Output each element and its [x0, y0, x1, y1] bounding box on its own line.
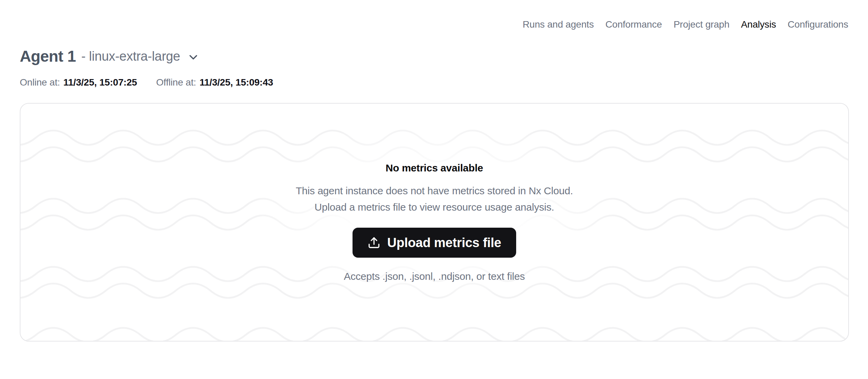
online-at-label: Online at:	[20, 77, 60, 88]
page: Runs and agents Conformance Project grap…	[0, 0, 868, 379]
empty-state-description-line2: Upload a metrics file to view resource u…	[296, 199, 573, 215]
page-title: Agent 1	[20, 47, 76, 65]
agent-launch-template: - linux-extra-large	[81, 49, 180, 64]
empty-state-content: No metrics available This agent instance…	[20, 104, 848, 341]
empty-state-description: This agent instance does not have metric…	[296, 183, 573, 215]
empty-state-description-line1: This agent instance does not have metric…	[296, 183, 573, 199]
upload-metrics-file-button[interactable]: Upload metrics file	[353, 228, 516, 258]
upload-icon	[368, 236, 380, 249]
main-content: Agent 1 - linux-extra-large Online at: 1…	[20, 0, 849, 342]
offline-at-label: Offline at:	[156, 77, 196, 88]
chevron-down-icon	[187, 51, 200, 64]
agent-selector[interactable]: Agent 1 - linux-extra-large	[20, 47, 849, 65]
offline-at-value: 11/3/25, 15:09:43	[199, 77, 273, 88]
online-at: Online at: 11/3/25, 15:07:25	[20, 77, 137, 88]
upload-button-label: Upload metrics file	[387, 236, 501, 250]
empty-state-title: No metrics available	[386, 162, 483, 174]
metrics-empty-state-card: No metrics available This agent instance…	[20, 103, 849, 342]
accepted-files-note: Accepts .json, .jsonl, .ndjson, or text …	[344, 271, 525, 282]
agent-timestamps: Online at: 11/3/25, 15:07:25 Offline at:…	[20, 77, 849, 88]
offline-at: Offline at: 11/3/25, 15:09:43	[156, 77, 273, 88]
online-at-value: 11/3/25, 15:07:25	[63, 77, 137, 88]
